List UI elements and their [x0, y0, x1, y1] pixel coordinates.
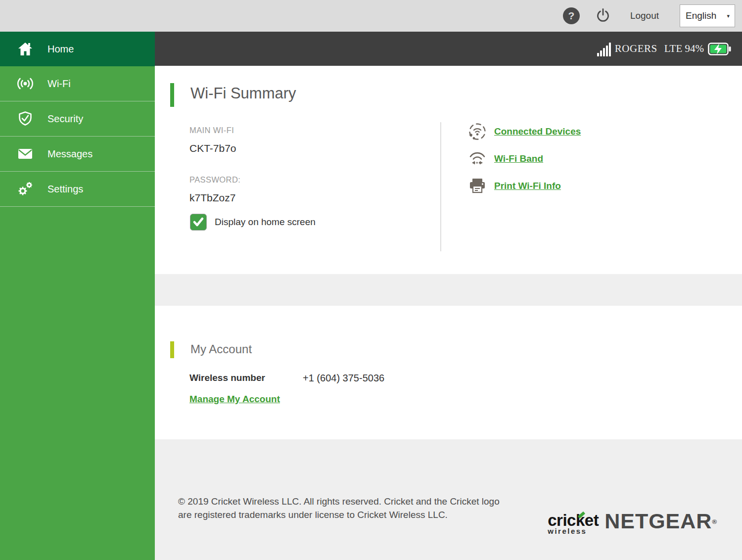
wireless-number-label: Wireless number: [189, 373, 303, 384]
signal-bars-icon: [597, 42, 611, 56]
printer-icon: [466, 178, 488, 194]
sidebar-item-settings[interactable]: Settings: [0, 172, 155, 207]
quick-link-label: Wi-Fi Band: [494, 153, 543, 164]
copyright-line2: are registered trademarks under license …: [178, 508, 500, 521]
main-wifi-value: CKT-7b7o: [189, 142, 236, 154]
wifi-summary-section: Wi-Fi Summary MAIN WI-FI CKT-7b7o PASSWO…: [155, 66, 742, 274]
connected-devices-link[interactable]: Connected Devices: [466, 122, 581, 141]
wireless-number-row: Wireless number +1 (604) 375-5036: [189, 373, 384, 384]
quick-link-label: Connected Devices: [494, 126, 581, 137]
netgear-logo: NETGEAR®: [604, 511, 717, 531]
sidebar-item-home[interactable]: Home: [0, 32, 155, 66]
sidebar-item-label: Security: [47, 113, 83, 125]
logout-button[interactable]: Logout: [630, 10, 659, 21]
checkbox-label: Display on home screen: [215, 217, 316, 228]
cricket-logo-word: cricket: [548, 512, 599, 528]
sidebar-item-label: Home: [47, 44, 74, 55]
section-accent-bar: [170, 341, 174, 358]
vertical-divider: [440, 122, 441, 251]
status-bar: ROGERS LTE 94%: [155, 32, 742, 66]
sidebar-item-wifi[interactable]: Wi-Fi: [0, 66, 155, 101]
main-wifi-label: MAIN WI-FI: [189, 126, 234, 135]
registered-mark: ®: [712, 518, 717, 525]
page-footer: © 2019 Cricket Wireless LLC. All rights …: [155, 439, 742, 560]
brand-logos: cricket wireless NETGEAR®: [548, 511, 717, 535]
quick-links: Connected Devices Wi-Fi Band: [466, 122, 581, 196]
section-accent-bar: [170, 83, 174, 107]
section-title: My Account: [190, 342, 252, 356]
page-title: Wi-Fi Summary: [190, 85, 296, 102]
wireless-number-value: +1 (604) 375-5036: [303, 373, 384, 384]
language-select[interactable]: English ▾: [680, 4, 735, 27]
envelope-icon: [16, 148, 34, 159]
my-account-section: My Account Wireless number +1 (604) 375-…: [155, 306, 742, 439]
sidebar-item-messages[interactable]: Messages: [0, 137, 155, 172]
power-icon[interactable]: [596, 8, 610, 24]
wifi-band-icon: [466, 150, 488, 168]
section-spacer: [155, 274, 742, 306]
shield-icon: [16, 111, 34, 126]
help-icon[interactable]: ?: [563, 7, 580, 24]
manage-my-account-link[interactable]: Manage My Account: [189, 394, 280, 405]
connected-devices-icon: [466, 122, 488, 141]
cricket-wireless-logo: cricket wireless: [548, 512, 599, 535]
help-glyph: ?: [568, 10, 574, 22]
wifi-band-link[interactable]: Wi-Fi Band: [466, 149, 581, 169]
sidebar-item-label: Messages: [47, 148, 93, 160]
battery-charging-icon: [708, 42, 731, 56]
network-battery-text: LTE 94%: [664, 43, 704, 55]
password-value: k7TbZoz7: [189, 192, 235, 204]
top-bar: ? Logout English ▾: [0, 0, 742, 32]
netgear-logo-word: NETGEAR: [604, 509, 712, 533]
language-selected-value: English: [686, 10, 716, 21]
password-label: PASSWORD:: [189, 175, 240, 185]
wifi-icon: [16, 77, 34, 90]
gears-icon: [16, 181, 34, 197]
sidebar-nav: Home Wi-Fi Security: [0, 32, 155, 560]
copyright-text: © 2019 Cricket Wireless LLC. All rights …: [178, 495, 500, 521]
print-wifi-info-link[interactable]: Print Wi-Fi Info: [466, 176, 581, 196]
checkbox-checked-icon[interactable]: [190, 214, 207, 231]
carrier-name: ROGERS: [615, 43, 657, 55]
chevron-down-icon: ▾: [727, 13, 730, 19]
copyright-line1: © 2019 Cricket Wireless LLC. All rights …: [178, 495, 500, 508]
sidebar-item-label: Wi-Fi: [47, 78, 71, 90]
display-on-home-screen-checkbox[interactable]: Display on home screen: [190, 214, 316, 231]
home-icon: [16, 42, 34, 56]
sidebar-item-label: Settings: [47, 184, 83, 195]
quick-link-label: Print Wi-Fi Info: [494, 181, 561, 191]
sidebar-item-security[interactable]: Security: [0, 101, 155, 137]
